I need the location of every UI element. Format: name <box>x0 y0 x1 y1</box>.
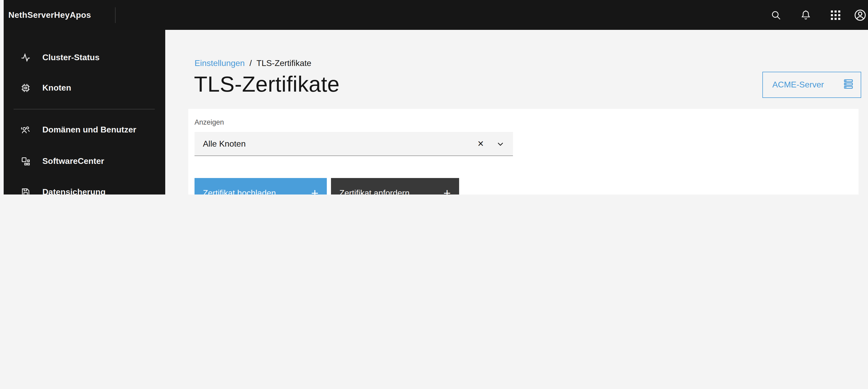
sidebar-item-label: Cluster-Status <box>42 53 100 62</box>
sidebar-nav: Cluster-Status Knoten <box>0 30 165 194</box>
top-header-bar: NethServerHeyApos <box>0 0 868 30</box>
sidebar-item-softwarecenter[interactable]: SoftwareCenter <box>0 147 165 175</box>
apps-icon <box>21 156 31 166</box>
upload-certificate-button[interactable]: Zertifikat hochladen + <box>194 178 327 194</box>
breadcrumb-separator: / <box>249 59 252 68</box>
user-avatar-button[interactable] <box>850 0 868 30</box>
breadcrumb-current: TLS-Zertifikate <box>256 59 311 68</box>
app-switcher-icon <box>830 10 841 20</box>
window-edge <box>0 0 4 194</box>
filter-label: Anzeigen <box>194 118 224 126</box>
clear-filter-icon[interactable]: × <box>474 137 487 149</box>
sidebar-item-label: Knoten <box>42 83 71 93</box>
sidebar-item-cluster-status[interactable]: Cluster-Status <box>0 44 165 72</box>
search-button[interactable] <box>761 0 790 30</box>
sidebar-item-datensicherung[interactable]: Datensicherung <box>0 178 165 194</box>
search-icon <box>770 9 781 21</box>
plus-icon: + <box>443 187 451 194</box>
header-divider <box>115 7 116 23</box>
breadcrumb: Einstellungen / TLS-Zertifikate <box>194 59 311 68</box>
activity-icon <box>21 52 31 63</box>
sidebar-item-label: SoftwareCenter <box>42 157 104 166</box>
request-certificate-button[interactable]: Zertifikat anfordern + <box>331 178 459 194</box>
chip-icon <box>21 83 31 93</box>
main-content: Einstellungen / TLS-Zertifikate TLS-Zert… <box>165 30 868 194</box>
users-icon <box>21 124 31 135</box>
sidebar-divider <box>13 109 155 109</box>
action-buttons: Zertifikat hochladen + Zertifikat anford… <box>194 178 459 194</box>
plus-icon: + <box>311 187 318 194</box>
page-title: TLS-Zertifikate <box>194 72 340 97</box>
save-icon <box>21 187 31 194</box>
chevron-down-icon[interactable] <box>496 140 504 148</box>
user-avatar-icon <box>854 8 867 22</box>
acme-server-label: ACME-Server <box>772 80 824 89</box>
sidebar-item-domaenen-benutzer[interactable]: Domänen und Benutzer <box>0 116 165 144</box>
brand-title: NethServerHeyApos <box>8 10 91 20</box>
node-filter-value: Alle Knoten <box>203 139 246 148</box>
sidebar-item-knoten[interactable]: Knoten <box>0 74 165 102</box>
server-stack-icon <box>843 79 854 90</box>
app-switcher-button[interactable] <box>820 0 850 30</box>
header-actions <box>761 0 868 30</box>
notifications-button[interactable] <box>790 0 820 30</box>
sidebar-item-label: Domänen und Benutzer <box>42 125 136 135</box>
acme-server-button[interactable]: ACME-Server <box>763 72 861 98</box>
notifications-icon <box>800 9 811 21</box>
sidebar-item-label: Datensicherung <box>42 188 105 194</box>
upload-certificate-label: Zertifikat hochladen <box>203 189 276 194</box>
request-certificate-label: Zertifikat anfordern <box>339 189 410 194</box>
breadcrumb-link-einstellungen[interactable]: Einstellungen <box>194 59 245 68</box>
app-screen: NethServerHeyApos <box>0 0 868 194</box>
certificates-panel: Anzeigen Alle Knoten × Zertifikat hochla… <box>188 109 859 194</box>
node-filter-combobox[interactable]: Alle Knoten × <box>194 132 513 156</box>
